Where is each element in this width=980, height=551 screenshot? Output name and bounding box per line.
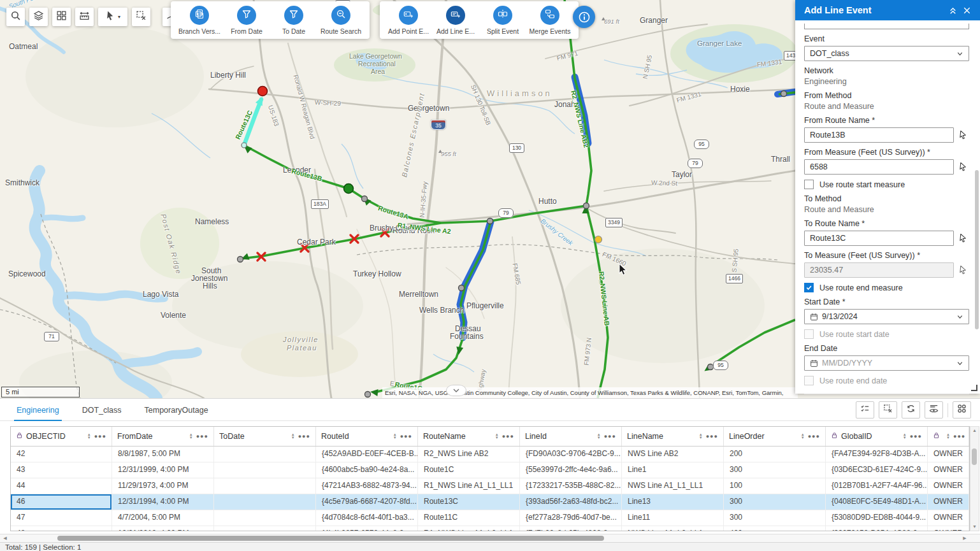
table-cell[interactable]: {0408E0FC-5E49-48D1-A...	[826, 494, 928, 510]
sort-icon[interactable]: ▲▼	[946, 433, 950, 440]
scroll-right-arrow[interactable]: ▶	[961, 535, 969, 541]
clear-selection-tool-button[interactable]	[132, 8, 150, 26]
table-cell[interactable]: {012B70B1-A2F7-4A4F-96...	[826, 478, 928, 494]
column-menu-icon[interactable]: ●●●	[502, 433, 514, 440]
table-cell[interactable]: 44	[11, 478, 112, 494]
column-menu-icon[interactable]: ●●●	[706, 433, 718, 440]
table-cell[interactable]	[214, 478, 316, 494]
table-cell[interactable]: Route11C	[418, 510, 520, 526]
table-cell[interactable]: NWS Line A1_L1_LL1	[622, 478, 724, 494]
start-date-picker[interactable]: 9/13/2024	[804, 309, 969, 324]
table-cell[interactable]: {FD90A03C-9706-42BC-9...	[520, 447, 622, 462]
table-cell[interactable]: 8/8/1987, 5:00 PM	[112, 447, 214, 462]
to-date-button[interactable]: To Date	[270, 6, 317, 35]
clear-table-selection-button[interactable]	[879, 401, 897, 419]
table-cell[interactable]: {4d7084c8-6cf4-40f1-ba3...	[316, 510, 418, 526]
branch-vers-button[interactable]: Branch Vers...	[176, 6, 223, 35]
collapse-panel-button[interactable]	[946, 3, 960, 17]
use-route-end-measure-checkbox[interactable]	[804, 283, 814, 292]
table-cell[interactable]: NWS Line A1_L2_LL1	[622, 526, 724, 531]
table-cell[interactable]: {4c5e79a6-6687-4207-8fd...	[316, 494, 418, 510]
table-cell[interactable]: 300	[724, 494, 826, 510]
scroll-down-arrow[interactable]: ▼	[970, 524, 979, 530]
scroll-left-arrow[interactable]: ◀	[1, 535, 9, 541]
table-cell[interactable]: {03D6EC3D-61E7-424C-9...	[826, 462, 928, 478]
table-cell[interactable]: 4/7/2004, 5:00 PM	[112, 510, 214, 526]
select-route-on-map-icon[interactable]	[958, 130, 969, 141]
from-date-button[interactable]: From Date	[223, 6, 270, 35]
select-measure-on-map-icon[interactable]	[958, 162, 969, 173]
table-cell[interactable]	[214, 526, 316, 531]
table-cell[interactable]	[214, 447, 316, 462]
table-cell[interactable]: OWNER	[928, 526, 969, 531]
column-menu-icon[interactable]: ●●●	[953, 433, 965, 440]
table-cell[interactable]: Route1C	[418, 462, 520, 478]
table-cell[interactable]: {ef277a28-79d6-40d7-be...	[520, 510, 622, 526]
table-cell[interactable]: 46	[11, 494, 112, 510]
column-header-fromdate[interactable]: FromDate▲▼●●●	[112, 427, 214, 446]
use-route-start-measure-checkbox[interactable]	[804, 180, 814, 189]
table-cell[interactable]: R1_NWS Line A1_L1_LL1	[418, 478, 520, 494]
table-cell[interactable]: {393ad56f-2a63-48fd-bc2...	[520, 494, 622, 510]
column-header-routename[interactable]: RouteName▲▼●●●	[418, 427, 520, 446]
table-cell[interactable]: 11/29/1973, 4:00 PM	[112, 478, 214, 494]
table-options-button[interactable]	[953, 401, 971, 419]
table-cell[interactable]: {4b4b0857-6572-44c8-9...	[316, 526, 418, 531]
column-header-objectid[interactable]: OBJECTID▲▼●●●	[11, 427, 112, 446]
search-tool-button[interactable]	[6, 8, 25, 26]
split-event-button[interactable]: Split Event	[479, 6, 526, 35]
sort-icon[interactable]: ▲▼	[189, 433, 193, 440]
sort-icon[interactable]: ▲▼	[291, 433, 295, 440]
table-row[interactable]: 4612/31/1994, 4:00 PM{4c5e79a6-6687-4207…	[11, 494, 969, 510]
table-cell[interactable]: Route13C	[418, 494, 520, 510]
table-cell[interactable]	[214, 510, 316, 526]
table-cell[interactable]: OWNER	[928, 447, 969, 462]
table-cell[interactable]: OWNER	[928, 494, 969, 510]
vertical-scroll-thumb[interactable]	[972, 448, 977, 465]
table-cell[interactable]: {47214AB3-6882-4873-94...	[316, 478, 418, 494]
table-cell[interactable]: 12/31/2012, 4:00 PM	[112, 526, 214, 531]
column-header-globalid[interactable]: GlobalID▲▼●●●	[826, 427, 928, 446]
column-menu-icon[interactable]: ●●●	[400, 433, 412, 440]
hide-fields-button[interactable]	[925, 401, 943, 419]
from-measure-input[interactable]	[804, 159, 954, 175]
table-row[interactable]: 4411/29/1973, 4:00 PM{47214AB3-6882-4873…	[11, 478, 969, 494]
to-route-name-input[interactable]	[804, 231, 954, 246]
horizontal-scroll-thumb[interactable]	[57, 536, 604, 541]
sort-icon[interactable]: ▲▼	[597, 433, 601, 440]
end-date-picker[interactable]: MM/DD/YYYY	[804, 355, 969, 371]
info-button[interactable]	[573, 6, 595, 28]
select-tool-button[interactable]: ▾	[98, 8, 127, 26]
table-cell[interactable]	[214, 494, 316, 510]
table-cell[interactable]: {55e3997d-2ffc-4e4c-9a6...	[520, 462, 622, 478]
column-header-lineorder[interactable]: LineOrder▲▼●●●	[724, 427, 826, 446]
merge-events-button[interactable]: Merge Events	[526, 6, 573, 35]
table-cell[interactable]: Line1	[622, 462, 724, 478]
table-row[interactable]: 4312/31/1999, 4:00 PM{4600abc5-ba90-4e24…	[11, 462, 969, 478]
table-cell[interactable]: Line13	[622, 494, 724, 510]
panel-scrollbar[interactable]	[975, 170, 979, 329]
column-menu-icon[interactable]: ●●●	[910, 433, 922, 440]
table-cell[interactable]: 100	[724, 478, 826, 494]
close-panel-button[interactable]	[960, 3, 974, 17]
table-row[interactable]: 428/8/1987, 5:00 PM{452A9ABD-E0EF-4CEB-B…	[11, 447, 969, 462]
table-row[interactable]: 4812/31/2012, 4:00 PM{4b4b0857-6572-44c8…	[11, 526, 969, 531]
column-header-linename[interactable]: LineName▲▼●●●	[622, 427, 724, 446]
table-cell[interactable]: 400	[724, 526, 826, 531]
table-cell[interactable]: 300	[724, 462, 826, 478]
sort-icon[interactable]: ▲▼	[903, 433, 907, 440]
table-row[interactable]: 474/7/2004, 5:00 PM{4d7084c8-6cf4-40f1-b…	[11, 510, 969, 526]
select-measure-on-map-icon[interactable]	[958, 265, 969, 276]
from-route-name-input[interactable]	[804, 127, 954, 143]
column-header-create[interactable]: create▲▼●●●	[928, 427, 969, 446]
table-cell[interactable]: {FA47E394-92F8-4D3B-A...	[826, 447, 928, 462]
table-cell[interactable]: {17233217-535B-488C-82...	[520, 478, 622, 494]
table-cell[interactable]: 42	[11, 447, 112, 462]
show-selected-records-button[interactable]	[856, 401, 874, 419]
tab-dot_class[interactable]: DOT_class	[82, 399, 122, 421]
table-cell[interactable]: Line11	[622, 510, 724, 526]
panel-resize-handle[interactable]	[971, 385, 977, 391]
table-cell[interactable]: 47	[11, 510, 112, 526]
table-cell[interactable]: {33070152-D05A-4C88-9...	[826, 526, 928, 531]
basemap-gallery-tool-button[interactable]	[52, 8, 71, 26]
